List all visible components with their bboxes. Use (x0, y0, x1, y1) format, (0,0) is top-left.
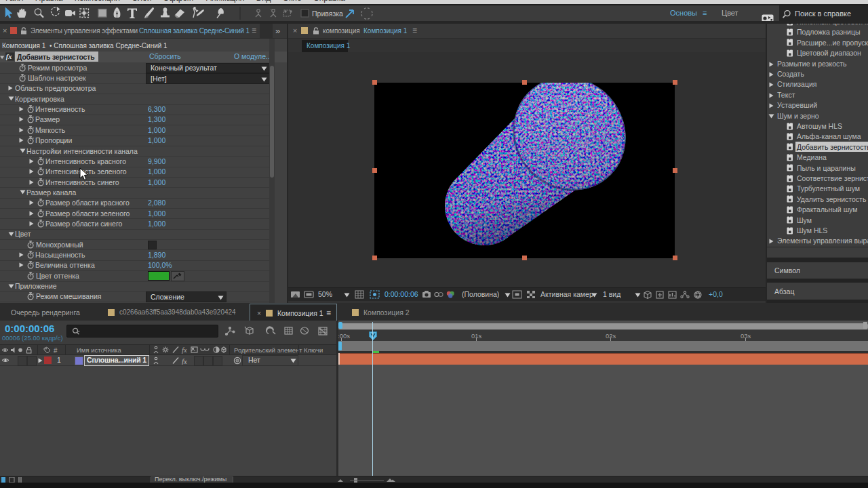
svg-text:fx: fx (6, 53, 12, 60)
svg-text:fx: fx (182, 358, 187, 365)
svg-text:fx: fx (182, 346, 187, 354)
svg-text:#: # (54, 347, 58, 354)
